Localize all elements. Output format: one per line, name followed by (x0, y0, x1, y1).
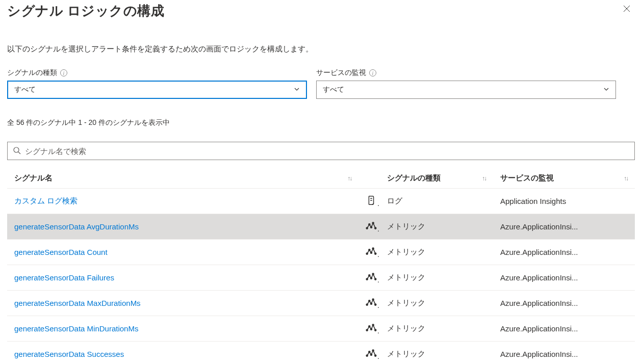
col-header-signal-type[interactable]: シグナルの種類 ↑↓ (380, 168, 493, 189)
svg-point-18 (371, 303, 372, 304)
svg-point-5 (375, 227, 376, 229)
metric-icon (358, 316, 380, 342)
signal-type-cell: メトリック (380, 265, 493, 291)
monitor-cell: Azure.ApplicationInsi... (493, 214, 635, 240)
signal-type-cell: メトリック (380, 240, 493, 265)
signal-type-cell: メトリック (380, 316, 493, 342)
svg-point-3 (371, 226, 372, 228)
svg-point-27 (369, 351, 370, 353)
svg-point-7 (369, 249, 370, 251)
svg-point-26 (367, 355, 368, 356)
metric-icon (358, 240, 380, 265)
svg-point-16 (367, 304, 368, 305)
metric-icon (358, 214, 380, 240)
svg-point-19 (373, 299, 374, 300)
svg-point-10 (375, 253, 376, 254)
monitor-cell: Azure.ApplicationInsi... (493, 291, 635, 316)
monitor-cell: Application Insights (493, 189, 635, 214)
chevron-down-icon (603, 86, 609, 94)
svg-point-15 (375, 278, 376, 280)
col-header-label: サービスの監視 (500, 173, 554, 183)
table-row[interactable]: generateSensorData FailuresメトリックAzure.Ap… (7, 265, 635, 291)
col-header-label: シグナル名 (14, 173, 53, 183)
signal-type-dropdown[interactable]: すべて (7, 81, 307, 99)
svg-point-30 (375, 355, 376, 356)
col-header-signal-name[interactable]: シグナル名 ↑↓ (7, 168, 358, 189)
close-button[interactable] (619, 2, 635, 16)
sort-icon: ↑↓ (482, 175, 486, 182)
monitor-service-value: すべて (323, 85, 344, 94)
svg-point-9 (373, 248, 374, 249)
svg-point-17 (369, 300, 370, 302)
svg-point-0 (14, 147, 19, 152)
signal-name-link[interactable]: generateSensorData Count (7, 240, 358, 265)
sort-icon: ↑↓ (347, 175, 351, 182)
search-box[interactable] (7, 142, 635, 160)
page-description: 以下のシグナルを選択しアラート条件を定義するため次の画面でロジックを構成します。 (7, 44, 635, 54)
page-title: シグナル ロジックの構成 (7, 2, 164, 20)
monitor-cell: Azure.ApplicationInsi... (493, 316, 635, 342)
search-input[interactable] (25, 147, 629, 155)
signal-type-cell: メトリック (380, 291, 493, 316)
signal-type-cell: メトリック (380, 214, 493, 240)
svg-point-11 (367, 278, 368, 280)
close-icon (623, 4, 631, 15)
table-row[interactable]: generateSensorData MaxDurationMsメトリックAzu… (7, 291, 635, 316)
monitor-cell: Azure.ApplicationInsi... (493, 342, 635, 365)
monitor-cell: Azure.ApplicationInsi... (493, 240, 635, 265)
svg-point-24 (373, 324, 374, 326)
svg-point-29 (373, 350, 374, 351)
search-icon (13, 146, 21, 156)
signal-table: シグナル名 ↑↓ シグナルの種類 ↑↓ サービスの監視 ↑↓ カスタム ログ検索… (7, 168, 635, 364)
svg-point-22 (369, 326, 370, 327)
signal-name-link[interactable]: カスタム ログ検索 (7, 189, 358, 214)
svg-point-14 (373, 273, 374, 275)
info-icon[interactable]: i (60, 69, 67, 76)
svg-point-12 (369, 275, 370, 276)
svg-point-21 (367, 329, 368, 331)
metric-icon (358, 291, 380, 316)
svg-point-20 (375, 304, 376, 305)
chevron-down-icon (294, 86, 300, 94)
signal-name-link[interactable]: generateSensorData MinDurationMs (7, 316, 358, 342)
svg-point-6 (367, 253, 368, 254)
signal-type-label: シグナルの種類 (7, 68, 57, 77)
table-row[interactable]: generateSensorData MinDurationMsメトリックAzu… (7, 316, 635, 342)
signal-type-cell: ログ (380, 189, 493, 214)
result-count-text: 全 56 件のシグナル中 1 - 20 件のシグナルを表示中 (7, 118, 635, 127)
svg-point-13 (371, 277, 372, 279)
svg-point-25 (375, 329, 376, 331)
signal-type-value: すべて (14, 85, 36, 94)
svg-point-4 (373, 222, 374, 224)
svg-point-1 (367, 227, 368, 229)
col-header-monitor[interactable]: サービスの監視 ↑↓ (493, 168, 635, 189)
svg-point-28 (371, 354, 372, 355)
log-icon (358, 189, 380, 214)
metric-icon (358, 342, 380, 365)
svg-point-2 (369, 224, 370, 225)
info-icon[interactable]: i (369, 69, 376, 76)
signal-name-link[interactable]: generateSensorData Failures (7, 265, 358, 291)
table-row[interactable]: generateSensorData SuccessesメトリックAzure.A… (7, 342, 635, 365)
table-row[interactable]: カスタム ログ検索ログApplication Insights (7, 189, 635, 214)
signal-name-link[interactable]: generateSensorData AvgDurationMs (7, 214, 358, 240)
table-row[interactable]: generateSensorData CountメトリックAzure.Appli… (7, 240, 635, 265)
col-header-label: シグナルの種類 (387, 173, 441, 183)
monitor-cell: Azure.ApplicationInsi... (493, 265, 635, 291)
signal-name-link[interactable]: generateSensorData MaxDurationMs (7, 291, 358, 316)
svg-point-23 (371, 328, 372, 330)
metric-icon (358, 265, 380, 291)
svg-point-8 (371, 252, 372, 253)
signal-name-link[interactable]: generateSensorData Successes (7, 342, 358, 365)
signal-type-cell: メトリック (380, 342, 493, 365)
monitor-service-dropdown[interactable]: すべて (316, 81, 616, 99)
table-row[interactable]: generateSensorData AvgDurationMsメトリックAzu… (7, 214, 635, 240)
monitor-service-label: サービスの監視 (316, 68, 366, 77)
sort-icon: ↑↓ (624, 175, 628, 182)
